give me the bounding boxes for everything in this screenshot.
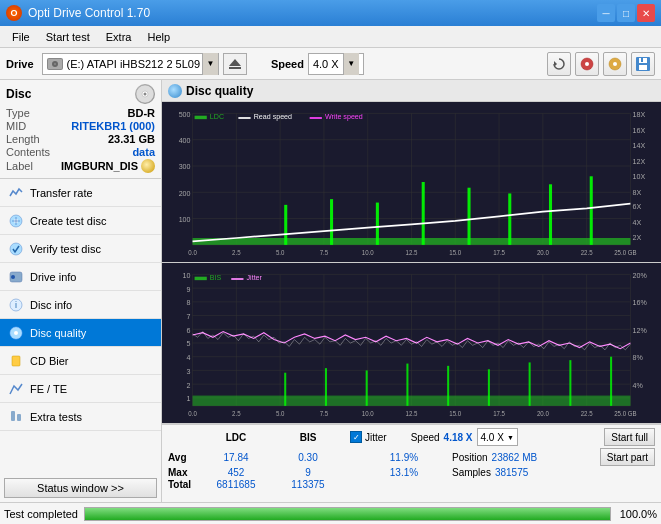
speed-stat-dropdown-arrow[interactable]: ▼ — [507, 434, 514, 441]
total-label: Total — [168, 479, 198, 490]
svg-rect-82 — [549, 184, 552, 245]
disc-panel-title: Disc — [6, 87, 31, 101]
disc-info-label: Disc info — [30, 299, 72, 311]
svg-rect-84 — [195, 116, 207, 119]
svg-text:i: i — [15, 300, 17, 310]
disc-info-panel: Disc Type BD-R MID RITEKBR1 (000) Lengt — [0, 80, 161, 179]
transfer-rate-icon — [8, 185, 24, 201]
mid-label: MID — [6, 120, 26, 132]
length-label: Length — [6, 133, 40, 145]
app-icon: O — [6, 5, 22, 21]
svg-point-3 — [54, 63, 56, 65]
speed-dropdown-arrow[interactable]: ▼ — [343, 53, 359, 75]
menu-help[interactable]: Help — [139, 29, 178, 45]
sidebar-item-verify-test-disc[interactable]: Verify test disc — [0, 235, 161, 263]
svg-text:1: 1 — [187, 394, 191, 404]
upper-chart-svg: 500 400 300 200 100 18X 16X 14X 12X 10X … — [162, 102, 661, 262]
disc-info-icon: i — [8, 297, 24, 313]
svg-rect-145 — [488, 369, 490, 406]
menu-extra[interactable]: Extra — [98, 29, 140, 45]
svg-text:3: 3 — [187, 366, 191, 376]
disc-quality-title: Disc quality — [186, 84, 253, 98]
svg-text:12.5: 12.5 — [406, 410, 418, 417]
svg-text:5.0: 5.0 — [276, 249, 285, 256]
drive-selector[interactable]: (E:) ATAPI iHBS212 2 5L09 ▼ — [42, 53, 219, 75]
fe-te-label: FE / TE — [30, 383, 67, 395]
status-window-button[interactable]: Status window >> — [4, 478, 157, 498]
sidebar-item-extra-tests[interactable]: Extra tests — [0, 403, 161, 431]
close-button[interactable]: ✕ — [637, 4, 655, 22]
drive-text: (E:) ATAPI iHBS212 2 5L09 — [67, 58, 202, 70]
menu-start-test[interactable]: Start test — [38, 29, 98, 45]
content-area: Disc quality — [162, 80, 661, 502]
maximize-button[interactable]: □ — [617, 4, 635, 22]
svg-marker-4 — [229, 59, 241, 66]
svg-rect-81 — [508, 193, 511, 244]
sidebar-item-create-test-disc[interactable]: Create test disc — [0, 207, 161, 235]
svg-text:9: 9 — [187, 284, 191, 294]
sidebar-item-fe-te[interactable]: FE / TE — [0, 375, 161, 403]
speed-value: 4.0 X — [313, 58, 339, 70]
svg-point-8 — [585, 62, 589, 66]
ldc-header: LDC — [202, 432, 270, 443]
sidebar-item-transfer-rate[interactable]: Transfer rate — [0, 179, 161, 207]
sidebar-item-disc-info[interactable]: i Disc info — [0, 291, 161, 319]
disc-label-icon[interactable] — [141, 159, 155, 173]
svg-text:20.0: 20.0 — [537, 410, 549, 417]
bis-max: 9 — [274, 467, 342, 478]
svg-text:4: 4 — [187, 353, 191, 363]
menu-file[interactable]: File — [4, 29, 38, 45]
svg-text:10X: 10X — [632, 171, 645, 181]
svg-text:15.0: 15.0 — [449, 249, 461, 256]
position-value: 23862 MB — [492, 452, 538, 463]
svg-text:8X: 8X — [632, 187, 641, 197]
start-full-button[interactable]: Start full — [604, 428, 655, 446]
disc-graphic — [135, 84, 155, 104]
disc2-icon-button[interactable] — [603, 52, 627, 76]
contents-label: Contents — [6, 146, 50, 158]
jitter-checkbox[interactable]: ✓ — [350, 431, 362, 443]
speed-stat-value: 4.18 X — [444, 432, 473, 443]
disc-quality-header: Disc quality — [162, 80, 661, 102]
type-label: Type — [6, 107, 30, 119]
svg-text:10.0: 10.0 — [362, 410, 374, 417]
svg-text:25.0 GB: 25.0 GB — [614, 410, 636, 417]
drive-dropdown-arrow[interactable]: ▼ — [202, 53, 218, 75]
drive-info-label: Drive info — [30, 271, 76, 283]
minimize-button[interactable]: ─ — [597, 4, 615, 22]
status-text: Test completed — [4, 508, 78, 520]
svg-text:Jitter: Jitter — [247, 273, 263, 283]
title-text: Opti Drive Control 1.70 — [28, 6, 150, 20]
sidebar-item-disc-quality[interactable]: Disc quality — [0, 319, 161, 347]
speed-section: Speed 4.18 X 4.0 X ▼ — [411, 428, 518, 446]
svg-text:20.0: 20.0 — [537, 249, 549, 256]
charts-area: 500 400 300 200 100 18X 16X 14X 12X 10X … — [162, 102, 661, 424]
title-bar-controls[interactable]: ─ □ ✕ — [597, 4, 655, 22]
speed-stat-label: Speed — [411, 432, 440, 443]
save-button[interactable] — [631, 52, 655, 76]
title-bar-left: O Opti Drive Control 1.70 — [6, 5, 150, 21]
lower-chart-svg: 10 9 8 7 6 5 4 3 2 1 20% 16% 12% 8% 4% — [162, 263, 661, 423]
speed-stat-select-value: 4.0 X — [481, 432, 504, 443]
speed-stat-selector[interactable]: 4.0 X ▼ — [477, 428, 518, 446]
refresh-button[interactable] — [547, 52, 571, 76]
svg-text:15.0: 15.0 — [449, 410, 461, 417]
sidebar-item-drive-info[interactable]: Drive info — [0, 263, 161, 291]
svg-text:4X: 4X — [632, 218, 641, 228]
svg-rect-13 — [639, 65, 647, 70]
disc-icon-button[interactable] — [575, 52, 599, 76]
speed-selector[interactable]: 4.0 X ▼ — [308, 53, 364, 75]
svg-rect-83 — [590, 176, 593, 245]
eject-button[interactable] — [223, 53, 247, 75]
mid-value: RITEKBR1 (000) — [71, 120, 155, 132]
svg-text:200: 200 — [179, 188, 191, 198]
lower-chart: 10 9 8 7 6 5 4 3 2 1 20% 16% 12% 8% 4% — [162, 263, 661, 424]
disc-label-label: Label — [6, 160, 33, 172]
svg-rect-147 — [569, 360, 571, 406]
start-part-button[interactable]: Start part — [600, 448, 655, 466]
bis-total: 113375 — [274, 479, 342, 490]
svg-text:16X: 16X — [632, 125, 645, 135]
sidebar-item-cd-bier[interactable]: CD Bier — [0, 347, 161, 375]
svg-text:BIS: BIS — [210, 273, 221, 283]
svg-rect-146 — [529, 362, 531, 405]
